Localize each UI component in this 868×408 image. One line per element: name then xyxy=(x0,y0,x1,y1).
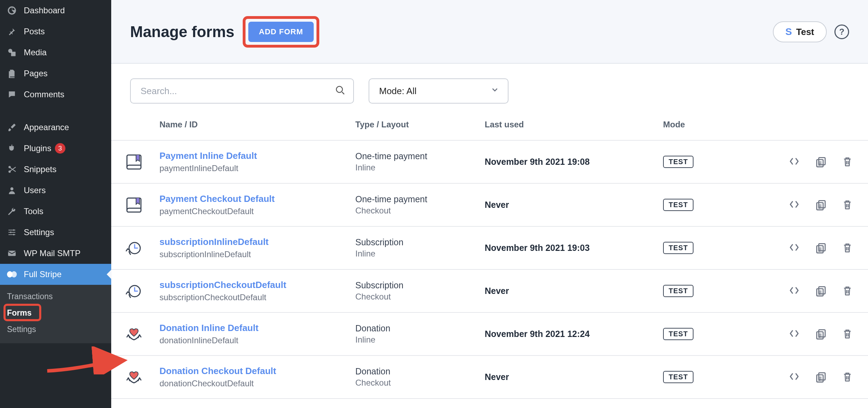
svg-point-4 xyxy=(10,187,14,190)
form-name-link[interactable]: Donation Checkout Default xyxy=(159,366,350,377)
form-name-link[interactable]: subscriptionInlineDefault xyxy=(159,237,350,247)
sidebar-item-tools[interactable]: Tools xyxy=(0,201,111,222)
form-id: subscriptionInlineDefault xyxy=(159,249,350,259)
table-row: subscriptionInlineDefault subscriptionIn… xyxy=(111,227,868,270)
form-type: One-time payment xyxy=(355,194,479,204)
sidebar-item-appearance[interactable]: Appearance xyxy=(0,117,111,138)
sidebar-item-label: Full Stripe xyxy=(24,269,62,279)
sidebar-item-posts[interactable]: Posts xyxy=(0,21,111,42)
pages-icon xyxy=(6,68,17,79)
sidebar-item-label: Tools xyxy=(24,206,43,216)
table-row: subscriptionCheckoutDefault subscription… xyxy=(111,270,868,313)
form-layout: Inline xyxy=(355,335,479,345)
row-type-icon xyxy=(111,281,157,301)
row-type-icon xyxy=(111,367,157,387)
chevron-down-icon xyxy=(490,85,499,97)
submenu-transactions[interactable]: Transactions xyxy=(0,288,111,305)
embed-code-button[interactable] xyxy=(788,286,800,297)
svg-point-10 xyxy=(11,271,17,277)
col-header-name: Name / ID xyxy=(157,120,353,129)
sidebar-item-wpmailsmtp[interactable]: WP Mail SMTP xyxy=(0,243,111,264)
mode-filter-select[interactable]: Mode: All xyxy=(369,78,508,104)
form-id: donationCheckoutDefault xyxy=(159,379,350,388)
mode-badge: TEST xyxy=(663,242,693,254)
sidebar-item-settings[interactable]: Settings xyxy=(0,222,111,243)
sidebar-item-plugins[interactable]: Plugins 3 xyxy=(0,138,111,159)
add-form-button[interactable]: ADD FORM xyxy=(248,22,314,42)
sidebar-item-label: Posts xyxy=(24,27,45,36)
form-last-used: November 9th 2021 19:03 xyxy=(482,243,660,253)
pin-icon xyxy=(6,26,17,37)
col-header-last: Last used xyxy=(482,120,660,129)
row-type-icon xyxy=(111,238,157,258)
annotation-highlight-add-form: ADD FORM xyxy=(243,16,319,48)
sidebar-item-label: Media xyxy=(24,48,47,57)
delete-button[interactable] xyxy=(842,199,853,211)
sidebar-item-snippets[interactable]: Snippets xyxy=(0,159,111,180)
form-type: One-time payment xyxy=(355,151,479,161)
embed-code-button[interactable] xyxy=(788,372,800,383)
form-name-link[interactable]: subscriptionCheckoutDefault xyxy=(159,280,350,290)
table-row: Donation Inline Default donationInlineDe… xyxy=(111,313,868,356)
sidebar-item-media[interactable]: Media xyxy=(0,42,111,63)
sidebar-item-users[interactable]: Users xyxy=(0,180,111,201)
sidebar-item-dashboard[interactable]: Dashboard xyxy=(0,0,111,21)
form-last-used: November 9th 2021 19:08 xyxy=(482,157,660,167)
svg-point-5 xyxy=(13,229,14,231)
form-name-link[interactable]: Donation Inline Default xyxy=(159,323,350,333)
form-name-link[interactable]: Payment Inline Default xyxy=(159,150,350,161)
help-button[interactable]: ? xyxy=(834,24,849,39)
delete-button[interactable] xyxy=(842,372,853,383)
form-type: Donation xyxy=(355,323,479,333)
form-layout: Checkout xyxy=(355,378,479,388)
sidebar-item-label: Users xyxy=(24,185,46,195)
row-type-icon xyxy=(111,324,157,344)
form-type: Subscription xyxy=(355,280,479,290)
fullstripe-icon xyxy=(6,269,17,280)
embed-code-button[interactable] xyxy=(788,242,800,254)
sidebar-item-pages[interactable]: Pages xyxy=(0,63,111,84)
svg-point-11 xyxy=(336,86,343,93)
submenu-settings[interactable]: Settings xyxy=(0,321,111,338)
sidebar-item-label: WP Mail SMTP xyxy=(24,248,80,258)
forms-table: Name / ID Type / Layout Last used Mode P… xyxy=(111,114,868,408)
delete-button[interactable] xyxy=(842,329,853,340)
form-last-used: Never xyxy=(482,286,660,296)
stripe-mode-pill[interactable]: S Test xyxy=(773,21,827,42)
sidebar-item-label: Comments xyxy=(24,90,64,99)
delete-button[interactable] xyxy=(842,156,853,168)
form-layout: Checkout xyxy=(355,206,479,216)
search-icon xyxy=(335,85,346,97)
row-type-icon xyxy=(111,152,157,172)
svg-point-7 xyxy=(13,234,14,235)
form-type: Donation xyxy=(355,366,479,377)
sidebar-item-fullstripe[interactable]: Full Stripe xyxy=(0,264,111,285)
duplicate-button[interactable] xyxy=(816,242,827,254)
form-id: subscriptionCheckoutDefault xyxy=(159,293,350,302)
filters-bar: Mode: All xyxy=(111,64,868,114)
plugin-icon xyxy=(6,143,17,154)
sidebar-submenu: Transactions Forms Settings xyxy=(0,285,111,343)
duplicate-button[interactable] xyxy=(816,329,827,340)
duplicate-button[interactable] xyxy=(816,372,827,383)
page-header: Manage forms ADD FORM S Test ? xyxy=(111,0,868,63)
duplicate-button[interactable] xyxy=(816,156,827,168)
sliders-icon xyxy=(6,227,17,238)
embed-code-button[interactable] xyxy=(788,199,800,211)
form-id: donationInlineDefault xyxy=(159,336,350,345)
mode-badge: TEST xyxy=(663,328,693,340)
form-name-link[interactable]: Payment Checkout Default xyxy=(159,194,350,204)
embed-code-button[interactable] xyxy=(788,329,800,340)
sidebar-item-label: Dashboard xyxy=(24,6,65,15)
sidebar-item-comments[interactable]: Comments xyxy=(0,84,111,105)
delete-button[interactable] xyxy=(842,242,853,254)
duplicate-button[interactable] xyxy=(816,286,827,297)
form-layout: Checkout xyxy=(355,292,479,302)
submenu-forms[interactable]: Forms xyxy=(0,305,111,321)
form-layout: Inline xyxy=(355,249,479,259)
duplicate-button[interactable] xyxy=(816,199,827,211)
sidebar-item-label: Snippets xyxy=(24,164,56,174)
search-input[interactable] xyxy=(130,78,354,104)
embed-code-button[interactable] xyxy=(788,156,800,168)
delete-button[interactable] xyxy=(842,286,853,297)
